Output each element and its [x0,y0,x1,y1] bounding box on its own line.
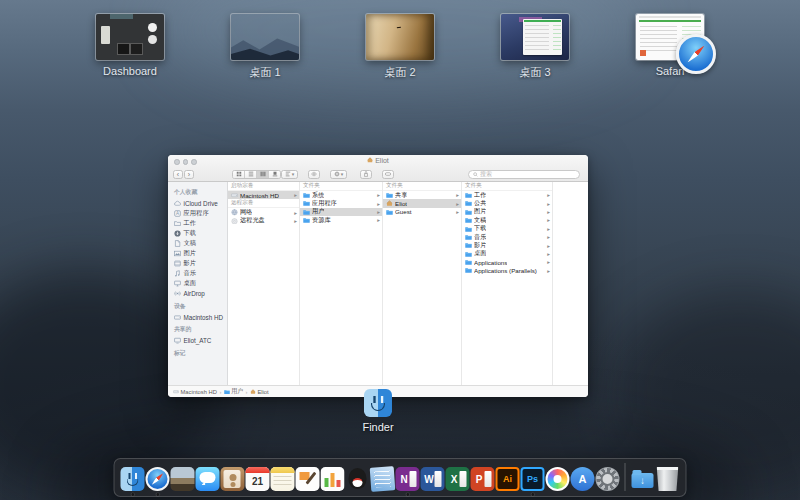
finder-window[interactable]: Eliot ‹ › ▾ ▾ [168,155,588,397]
safari-icon [146,467,170,491]
column-item[interactable]: 资源库▸ [300,216,382,224]
browser-column: 文件夹系统▸应用程序▸用户▸资源库▸ [300,182,383,386]
column-item[interactable]: 桌面▸ [462,250,552,258]
space-thumbnail[interactable] [231,14,299,60]
coverflow-view-icon [272,171,278,177]
space-desktop-windows[interactable]: 桌面 3 [501,14,569,80]
eye-icon [311,171,317,177]
column-item[interactable]: Guest▸ [383,208,461,216]
column-item[interactable]: 远程光盘▸ [228,217,299,225]
dock-item-illustrator[interactable]: Ai [496,467,520,491]
sidebar-section: 标记 [168,346,227,360]
folder-icon [465,209,472,216]
item-label: 资源库 [312,216,331,225]
sidebar-item-label: 音乐 [184,269,197,278]
contacts-icon [221,467,245,491]
window-titlebar[interactable]: Eliot ‹ › ▾ ▾ [168,155,588,182]
dock-item-excel[interactable]: X [446,467,470,491]
chevron-right-icon: ▸ [455,192,459,198]
sidebar-item-music[interactable]: 音乐 [168,269,227,279]
thumbnail-art [366,14,434,60]
sidebar-section-title: 设备 [168,299,227,313]
dock-item-app-store[interactable]: A [571,467,595,491]
action-button[interactable]: ▾ [330,170,347,179]
quick-look-button[interactable] [308,170,320,179]
dock-item-downloads-folder[interactable] [631,467,655,491]
sidebar-item-applications[interactable]: A应用程序 [168,209,227,219]
column-item[interactable]: Eliot▸ [383,199,461,207]
group-label: 文件夹 [303,182,320,190]
dock-item-trash[interactable] [656,467,680,491]
view-columns-button[interactable] [257,171,269,178]
path-item[interactable]: Eliot [250,389,269,395]
space-thumbnail[interactable] [366,14,434,60]
dock-item-finder[interactable] [121,467,145,491]
dock-item-safari[interactable] [146,467,170,491]
dock-item-word[interactable]: W [421,467,445,491]
space-thumbnail[interactable] [636,14,704,60]
space-thumbnail[interactable] [501,14,569,60]
column-item[interactable]: 共享▸ [383,191,461,199]
finder-app-icon[interactable] [364,389,392,417]
sidebar-item-folder[interactable]: 工作 [168,219,227,229]
thumb-decor [130,43,143,55]
dock-item-notes[interactable] [271,467,295,491]
space-desktop-mountains[interactable]: 桌面 1 [231,14,299,80]
view-list-button[interactable] [245,171,257,178]
column-item[interactable]: Applications (Parallels)▸ [462,267,552,275]
sidebar-item-downloads[interactable]: 下载 [168,229,227,239]
sidebar-item-airdrop[interactable]: AirDrop [168,289,227,299]
dock-item-onenote[interactable]: N [396,467,420,491]
hdd-icon [173,389,179,395]
view-icons-button[interactable] [233,171,245,178]
dock-item-messages[interactable] [196,467,220,491]
sidebar-item-hdd[interactable]: Macintosh HD [168,312,227,322]
path-item[interactable]: 用户 [224,387,243,396]
hdd-icon [174,314,181,321]
chevron-right-icon: ▸ [376,217,380,223]
sidebar-item-documents[interactable]: 文稿 [168,239,227,249]
folder-icon [386,192,393,199]
dock-item-photoshop[interactable]: Ps [521,467,545,491]
column-item[interactable]: Macintosh HD▸ [228,191,299,199]
running-indicator [406,493,409,496]
icon-glyph: N [396,467,413,491]
dock-item-numbers[interactable] [321,467,345,491]
desktop-icon [174,280,181,287]
back-button[interactable]: ‹ [173,170,183,179]
search-input[interactable] [480,171,575,177]
sidebar-item-display[interactable]: Eliot_ATC [168,336,227,346]
sidebar-item-label: 影片 [184,259,197,268]
dock-item-photos[interactable] [546,467,570,491]
path-item[interactable]: Macintosh HD [173,389,217,395]
view-coverflow-button[interactable] [269,171,280,178]
share-button[interactable] [360,170,372,179]
dock-item-system-preferences[interactable] [596,467,620,491]
item-label: Applications (Parallels) [474,267,537,274]
sidebar-item-desktop[interactable]: 桌面 [168,279,227,289]
dock-item-qq[interactable] [346,467,370,491]
column-item[interactable]: Applications▸ [462,258,552,266]
sidebar-section: 个人收藏iCloud DriveA应用程序工作下载文稿图片影片音乐桌面AirDr… [168,185,227,299]
space-safari-page[interactable]: Safari [636,14,704,80]
dock-item-calendar[interactable]: 21 [246,467,270,491]
forward-button[interactable]: › [184,170,194,179]
dock-item-contacts[interactable] [221,467,245,491]
thumb-decor [553,25,561,53]
tags-button[interactable] [382,170,394,179]
sidebar-item-label: 桌面 [184,279,197,288]
space-desktop-canyon[interactable]: 桌面 2 [366,14,434,80]
dock-item-pages[interactable] [296,467,320,491]
dock-item-powerpoint[interactable]: P [471,467,495,491]
dock-item-text-document[interactable] [371,467,395,491]
thumb-decor [117,43,130,55]
space-dashboard[interactable]: Dashboard [96,14,164,80]
sidebar-item-pictures[interactable]: 图片 [168,249,227,259]
sidebar-item-icloud[interactable]: iCloud Drive [168,199,227,209]
window-title-text: Eliot [375,157,389,164]
space-thumbnail[interactable] [96,14,164,60]
search-field[interactable] [468,170,580,179]
dock-item-preview[interactable] [171,467,195,491]
arrange-button[interactable]: ▾ [281,170,298,179]
sidebar-item-movies[interactable]: 影片 [168,259,227,269]
